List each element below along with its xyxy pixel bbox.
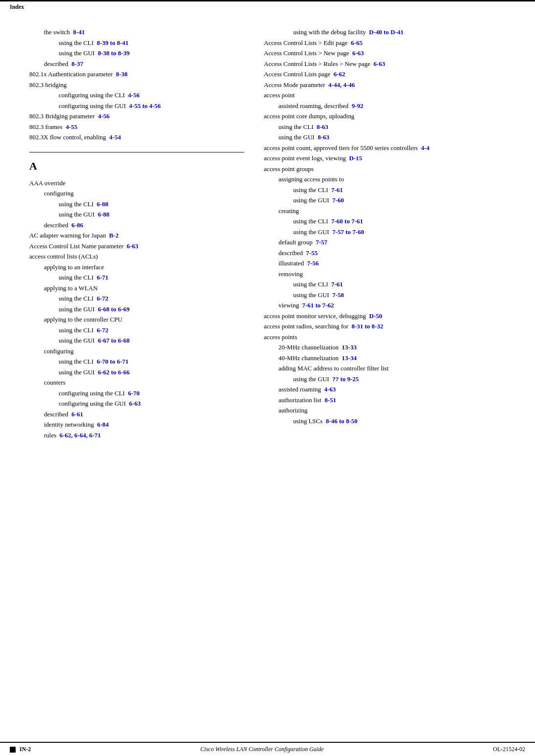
- section-a-entries: AAA override configuring using the CLI 6…: [29, 178, 244, 440]
- list-item: authorizing: [264, 406, 515, 415]
- list-item: 20-MHz channelization 13-33: [264, 343, 515, 352]
- list-item: using the CLI 6-72: [29, 325, 244, 335]
- list-item: using the CLI 8-63: [264, 122, 515, 132]
- list-item: Access Control List Name parameter 6-63: [29, 241, 244, 251]
- list-item: access point: [264, 90, 515, 100]
- list-item: using with the debug facility D-40 to D-…: [264, 27, 515, 37]
- list-item: assigning access points to: [264, 174, 515, 184]
- list-item: using the GUI 6-67 to 6-68: [29, 336, 244, 346]
- page-header: Index: [0, 0, 535, 13]
- list-item: access point count, approved tiers for 5…: [264, 143, 515, 153]
- list-item: using the GUI 7-58: [264, 290, 515, 300]
- list-item: configuring: [29, 189, 244, 198]
- list-item: assisted roaming 4-63: [264, 385, 515, 394]
- list-item: assisted roaming, described 9-92: [264, 101, 515, 111]
- list-item: Access Control Lists page 6-62: [264, 69, 515, 79]
- list-item: 802.3 Bridging parameter 4-56: [29, 111, 244, 121]
- list-item: rules 6-62, 6-64, 6-71: [29, 431, 244, 440]
- list-item: using the CLI 6-71: [29, 273, 244, 282]
- footer-page-number: IN-2: [20, 746, 31, 753]
- list-item: removing: [264, 269, 515, 279]
- top-entries: the switch 8-41 using the CLI 8-39 to 8-…: [29, 27, 244, 142]
- list-item: identity networking 6-84: [29, 420, 244, 430]
- list-item: counters: [29, 378, 244, 388]
- list-item: using the GUI 6-68 to 6-69: [29, 304, 244, 314]
- list-item: configuring using the CLI 4-56: [29, 90, 244, 100]
- list-item: the switch 8-41: [29, 27, 244, 37]
- list-item: using the CLI 7-61: [264, 280, 515, 289]
- list-item: AAA override: [29, 178, 244, 188]
- list-item: access points: [264, 332, 515, 342]
- page-footer: IN-2 Cisco Wireless LAN Controller Confi…: [0, 742, 535, 756]
- list-item: access point radios, searching for 8-31 …: [264, 322, 515, 331]
- list-item: configuring: [29, 346, 244, 356]
- list-item: creating: [264, 206, 515, 216]
- list-item: Access Mode parameter 4-44, 4-46: [264, 80, 515, 90]
- list-item: access point groups: [264, 164, 515, 174]
- section-a-header: A: [29, 160, 244, 173]
- list-item: using the GUI ?? to 9-25: [264, 374, 515, 384]
- list-item: described 6-61: [29, 410, 244, 419]
- list-item: described 7-55: [264, 248, 515, 258]
- list-item: using the CLI 8-39 to 8-41: [29, 38, 244, 48]
- header-label: Index: [10, 3, 24, 10]
- list-item: 802.3X flow control, enabling 4-54: [29, 132, 244, 142]
- list-item: 40-MHz channelization 13-34: [264, 353, 515, 363]
- list-item: viewing 7-61 to 7-62: [264, 301, 515, 310]
- list-item: illustrated 7-56: [264, 259, 515, 268]
- list-item: using the CLI 7-60 to 7-61: [264, 216, 515, 226]
- page: Index the switch 8-41 using the CLI 8-39…: [0, 0, 535, 756]
- list-item: applying to the controller CPU: [29, 315, 244, 324]
- list-item: using the GUI 7-57 to 7-60: [264, 227, 515, 237]
- list-item: Access Control Lists > Edit page 6-65: [264, 38, 515, 48]
- list-item: using the GUI 8-38 to 8-39: [29, 48, 244, 58]
- list-item: using the CLI 6-72: [29, 294, 244, 303]
- footer-doc-number: OL-21524-02: [493, 746, 525, 753]
- list-item: applying to an interface: [29, 262, 244, 272]
- list-item: 802.3 frames 4-55: [29, 122, 244, 132]
- right-column: using with the debug facility D-40 to D-…: [254, 22, 535, 446]
- list-item: described 6-86: [29, 220, 244, 230]
- list-item: using the GUI 6-88: [29, 210, 244, 219]
- footer-title: Cisco Wireless LAN Controller Configurat…: [200, 746, 323, 753]
- list-item: authorization list 8-51: [264, 395, 515, 405]
- list-item: configuring using the GUI 4-55 to 4-56: [29, 101, 244, 111]
- content-area: the switch 8-41 using the CLI 8-39 to 8-…: [0, 13, 535, 475]
- list-item: default group 7-57: [264, 238, 515, 247]
- list-item: 802.3 bridging: [29, 80, 244, 90]
- list-item: applying to a WLAN: [29, 283, 244, 293]
- list-item: configuring using the CLI 6-70: [29, 389, 244, 398]
- list-item: described 8-37: [29, 59, 244, 69]
- list-item: access point core dumps, uploading: [264, 111, 515, 121]
- list-item: 802.1x Authentication parameter 8-38: [29, 69, 244, 79]
- list-item: using the GUI 7-60: [264, 195, 515, 205]
- list-item: Access Control Lists > Rules > New page …: [264, 59, 515, 69]
- footer-left: IN-2: [10, 746, 31, 753]
- list-item: AC adapter warning for Japan B-2: [29, 231, 244, 240]
- list-item: using the CLI 6-70 to 6-71: [29, 357, 244, 367]
- left-column: the switch 8-41 using the CLI 8-39 to 8-…: [0, 22, 254, 446]
- list-item: configuring using the GUI 6-63: [29, 399, 244, 409]
- footer-square-icon: [10, 747, 16, 753]
- list-item: using the CLI 6-88: [29, 199, 244, 209]
- list-item: access point monitor service, debugging …: [264, 311, 515, 321]
- section-divider: [29, 152, 244, 152]
- list-item: Access Control Lists > New page 6-63: [264, 48, 515, 58]
- list-item: access control lists (ACLs): [29, 252, 244, 261]
- list-item: adding MAC address to controller filter …: [264, 364, 515, 373]
- list-item: using the GUI 6-62 to 6-66: [29, 367, 244, 377]
- list-item: using LSCs 8-46 to 8-50: [264, 416, 515, 426]
- list-item: access point event logs, viewing D-15: [264, 153, 515, 163]
- list-item: using the GUI 8-63: [264, 132, 515, 142]
- list-item: using the CLI 7-61: [264, 185, 515, 195]
